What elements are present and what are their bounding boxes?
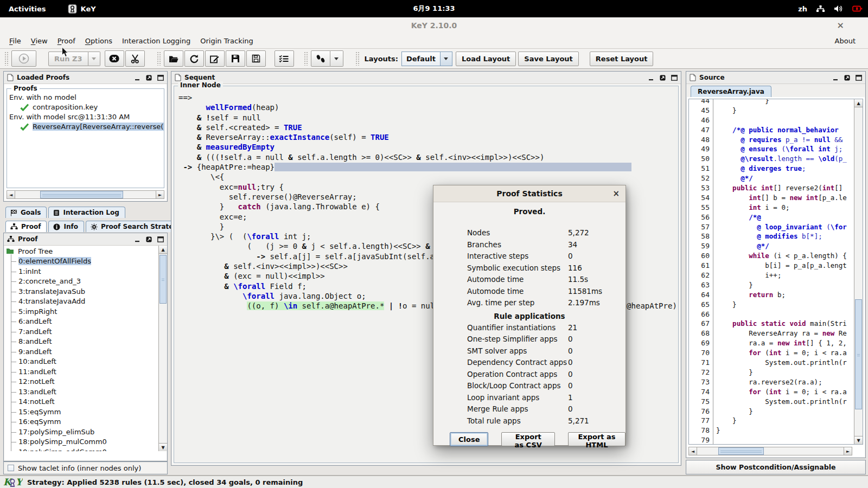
footprints-dropdown[interactable] xyxy=(330,50,343,67)
menu-file[interactable]: File xyxy=(4,35,26,47)
save-proof-button[interactable] xyxy=(226,50,245,67)
menu-about[interactable]: About xyxy=(830,35,860,47)
proof-tree-node[interactable]: 12:notLeft xyxy=(4,377,167,387)
export-as-html-button[interactable]: Export as HTML xyxy=(568,432,626,446)
float-icon[interactable] xyxy=(844,75,850,81)
proof-tree-node[interactable]: 14:notLeft xyxy=(4,397,167,407)
clock[interactable]: 6月9 11:33 xyxy=(413,4,455,14)
menu-origin-tracking[interactable]: Origin Tracking xyxy=(195,35,258,47)
toolbar-save-layout-button[interactable]: Save Layout xyxy=(518,52,578,66)
minimize-icon[interactable] xyxy=(135,75,141,81)
show-postcondition-button[interactable]: Show Postcondition/Assignable xyxy=(686,460,866,474)
proof-tree-node[interactable]: 2:concrete_and_3 xyxy=(4,277,167,287)
source-vscrollbar[interactable]: ▲ ▼ xyxy=(854,99,863,444)
float-icon[interactable] xyxy=(146,75,152,81)
prune-scissors-button[interactable] xyxy=(125,50,145,67)
activities-button[interactable]: Activities xyxy=(0,5,55,13)
scroll-down-arrow[interactable]: ▼ xyxy=(854,436,863,444)
open-file-button[interactable] xyxy=(164,50,183,67)
save-bundle-button[interactable] xyxy=(246,50,266,67)
tab-interaction-log[interactable]: Interaction Log xyxy=(48,207,125,218)
tab-proof[interactable]: Proof xyxy=(5,221,47,232)
export-as-csv-button[interactable]: Export as CSV xyxy=(501,432,554,446)
source-code-view[interactable]: 44 }45 }4647 /*@ public normal_behavior4… xyxy=(688,99,863,445)
proof-tree-vscrollbar[interactable]: ▲ ▼ xyxy=(158,246,167,451)
reload-proof-button[interactable] xyxy=(184,50,204,67)
scroll-up-arrow[interactable]: ▲ xyxy=(854,99,863,107)
float-icon[interactable] xyxy=(146,236,152,242)
proof-tree-node[interactable]: 11:andLeft xyxy=(4,367,167,377)
auto-prove-play-button[interactable] xyxy=(11,50,36,67)
proof-tree-node[interactable]: 9:andLeft xyxy=(4,347,167,357)
proof-tree-node[interactable]: 6:andLeft xyxy=(4,317,167,327)
battery-icon[interactable] xyxy=(852,5,863,12)
toolbar-drag-handle[interactable] xyxy=(304,52,309,66)
taclet-options-button[interactable] xyxy=(275,50,294,67)
proof-tree-node[interactable]: 18:polySimp_mulComm0 xyxy=(4,437,167,447)
layout-select[interactable]: Default xyxy=(401,52,441,66)
toolbar-drag-handle[interactable] xyxy=(157,52,162,66)
scrollbar-thumb[interactable] xyxy=(855,299,862,410)
scroll-down-arrow[interactable]: ▼ xyxy=(159,443,167,451)
show-taclet-info-checkbox[interactable] xyxy=(8,465,14,471)
input-method-indicator[interactable]: zh xyxy=(798,5,807,13)
tab-goals[interactable]: Goals xyxy=(5,207,47,218)
proof-tree-node[interactable]: 7:andLeft xyxy=(4,327,167,337)
source-header[interactable]: Source xyxy=(686,72,865,84)
proof-panel-header[interactable]: Proof xyxy=(4,233,167,246)
scrollbar-thumb[interactable] xyxy=(718,447,764,455)
proof-tree-node[interactable]: 17:polySimp_elimSub xyxy=(4,427,167,438)
source-hscrollbar[interactable]: ◄ ► xyxy=(688,447,852,455)
proof-tree[interactable]: Proof Tree 0:elementOfAllFields1:inInt2:… xyxy=(4,246,167,451)
network-icon[interactable] xyxy=(816,5,825,12)
proof-tree-node[interactable]: 5:impRight xyxy=(4,307,167,317)
minimize-icon[interactable] xyxy=(833,75,839,81)
maximize-icon[interactable] xyxy=(856,75,862,81)
maximize-icon[interactable] xyxy=(157,75,164,81)
proof-env-row[interactable]: Env. with no model xyxy=(7,92,164,102)
tab-reversearray-java[interactable]: ReverseArray.java xyxy=(691,86,771,97)
toolbar-reset-layout-button[interactable]: Reset Layout xyxy=(590,52,654,66)
proof-tree-root[interactable]: Proof Tree xyxy=(4,246,167,256)
scrollbar-thumb[interactable] xyxy=(159,255,167,304)
sequent-header[interactable]: Sequent xyxy=(171,72,681,84)
float-icon[interactable] xyxy=(660,75,666,81)
scroll-left-arrow[interactable]: ◄ xyxy=(7,191,15,198)
proof-env-row[interactable]: Env. with model src@11:31:30 AM xyxy=(7,112,164,122)
proof-tree-node[interactable]: 16:eqSymm xyxy=(4,417,167,427)
minimize-icon[interactable] xyxy=(648,75,654,81)
maximize-icon[interactable] xyxy=(157,236,164,242)
app-menu[interactable]: KeY xyxy=(68,4,96,14)
loaded-proofs-hscrollbar[interactable]: ◄ ► xyxy=(7,190,164,199)
tab-info[interactable]: Info xyxy=(48,221,84,232)
toolbar-load-layout-button[interactable]: Load Layout xyxy=(456,52,516,66)
abandon-proof-button[interactable] xyxy=(105,50,124,67)
menu-proof[interactable]: Proof xyxy=(53,35,80,47)
proof-row[interactable]: ReverseArray[ReverseArray::reverse()].JM… xyxy=(7,122,164,131)
proof-tree-node[interactable]: 10:andLeft xyxy=(4,357,167,367)
menu-view[interactable]: View xyxy=(26,35,53,47)
proof-tree-node[interactable]: 3:translateJavaSub xyxy=(4,287,167,297)
scroll-up-arrow[interactable]: ▲ xyxy=(159,246,167,254)
scroll-right-arrow[interactable]: ► xyxy=(844,447,852,455)
loaded-proofs-header[interactable]: Loaded Proofs xyxy=(4,72,167,84)
origin-trace-footprints-button[interactable] xyxy=(311,50,330,67)
scrollbar-thumb[interactable] xyxy=(40,191,123,198)
proof-tree-node[interactable]: 19:polySimp_addComm0 xyxy=(4,447,167,452)
window-close-button[interactable]: × xyxy=(837,17,844,34)
toolbar-drag-handle[interactable] xyxy=(4,52,9,66)
edit-file-button[interactable] xyxy=(205,50,225,67)
proof-tree-node[interactable]: 15:eqSymm xyxy=(4,407,167,418)
maximize-icon[interactable] xyxy=(671,75,678,81)
menu-options[interactable]: Options xyxy=(80,35,117,47)
dialog-titlebar[interactable]: Proof Statistics × xyxy=(433,185,626,202)
proof-tree-node[interactable]: 4:translateJavaAdd xyxy=(4,297,167,307)
minimize-icon[interactable] xyxy=(135,236,141,242)
layout-select-dropdown[interactable] xyxy=(441,52,452,66)
scroll-left-arrow[interactable]: ◄ xyxy=(689,447,697,455)
proof-tree-node[interactable]: 8:andLeft xyxy=(4,337,167,347)
proof-tree-node[interactable]: 13:andLeft xyxy=(4,387,167,397)
close-button[interactable]: Close xyxy=(450,432,488,446)
proof-tree-node[interactable]: 0:elementOfAllFields xyxy=(4,256,167,267)
volume-icon[interactable] xyxy=(834,5,844,12)
